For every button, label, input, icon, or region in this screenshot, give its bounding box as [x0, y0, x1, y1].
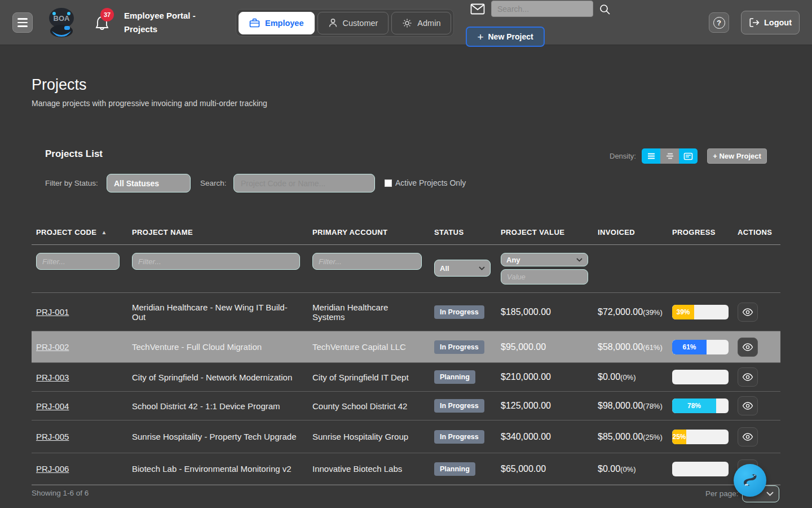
- density-toggle-group: [642, 148, 698, 164]
- question-mark-icon: ?: [713, 17, 725, 29]
- table-row[interactable]: PRJ-001 Meridian Healthcare - New Wing I…: [32, 293, 780, 331]
- boa-snake-logo-icon: BOA: [47, 6, 76, 40]
- new-project-label: New Project: [488, 32, 533, 41]
- view-project-button[interactable]: [738, 396, 758, 415]
- logout-button[interactable]: Logout: [741, 11, 800, 34]
- mail-icon[interactable]: [470, 3, 485, 17]
- project-name: Meridian Healthcare - New Wing IT Build-…: [127, 298, 308, 326]
- gear-icon: [402, 18, 412, 28]
- notifications-button[interactable]: 37: [95, 15, 114, 34]
- new-project-button-header[interactable]: + New Project: [466, 27, 545, 47]
- briefcase-icon: [249, 18, 260, 28]
- tab-admin-label: Admin: [417, 19, 440, 28]
- chevron-down-icon: [766, 492, 774, 496]
- invoiced-amount: $85,000.00: [598, 432, 643, 441]
- project-value: $95,000.00: [496, 338, 593, 357]
- invoiced-percent: (78%): [643, 402, 663, 410]
- primary-account: TechVenture Capital LLC: [308, 338, 430, 356]
- primary-account: Innovative Biotech Labs: [308, 459, 430, 478]
- col-header-actions: ACTIONS: [733, 228, 776, 237]
- help-button[interactable]: ?: [709, 12, 729, 33]
- col-header-status[interactable]: STATUS: [430, 228, 496, 237]
- tab-customer-label: Customer: [343, 19, 378, 28]
- col-header-progress[interactable]: PROGRESS: [668, 228, 733, 237]
- col-header-primary-account[interactable]: PRIMARY ACCOUNT: [308, 228, 430, 237]
- global-search-input[interactable]: [491, 1, 593, 17]
- col-header-project-code[interactable]: PROJECT CODE▲: [32, 228, 127, 237]
- active-only-checkbox[interactable]: [385, 179, 392, 187]
- chevron-down-icon: [576, 258, 582, 262]
- project-code-link[interactable]: PRJ-005: [36, 432, 69, 441]
- project-code-link[interactable]: PRJ-002: [36, 342, 69, 352]
- table-row[interactable]: PRJ-002 TechVenture - Full Cloud Migrati…: [32, 331, 780, 363]
- filter-account-input[interactable]: [312, 253, 422, 270]
- progress-fill: 78%: [672, 398, 716, 413]
- project-value: $125,000.00: [496, 396, 593, 415]
- new-project-button-list[interactable]: + New Project: [707, 148, 767, 164]
- invoiced-percent: (0%): [620, 465, 636, 474]
- projects-list-title: Projects List: [45, 148, 103, 160]
- filter-value-operator-select[interactable]: Any: [501, 253, 588, 266]
- svg-text:BOA: BOA: [54, 14, 70, 23]
- table-row[interactable]: PRJ-004 School District 42 - 1:1 Device …: [32, 392, 780, 421]
- project-search-input[interactable]: [233, 174, 375, 192]
- eye-icon: [742, 308, 753, 316]
- view-project-button[interactable]: [738, 303, 758, 322]
- page-subtitle: Manage projects with progressive invoici…: [32, 99, 267, 108]
- primary-account: County School District 42: [308, 397, 430, 415]
- invoiced-amount: $0.00: [598, 372, 620, 382]
- view-project-button[interactable]: [738, 367, 758, 387]
- invoiced-amount: $72,000.00: [598, 307, 643, 317]
- progress-bar: 78%: [672, 398, 729, 413]
- filter-status-select[interactable]: All: [434, 260, 491, 277]
- invoiced-amount: $98,000.00: [598, 401, 643, 410]
- density-expanded-button[interactable]: [679, 148, 698, 164]
- assistant-floating-button[interactable]: [734, 464, 766, 497]
- filter-value-input[interactable]: [501, 269, 588, 284]
- filter-by-status-label: Filter by Status:: [45, 179, 98, 187]
- status-filter-select[interactable]: All Statuses: [107, 174, 191, 192]
- density-compact-button[interactable]: [642, 148, 660, 164]
- filter-code-input[interactable]: [36, 253, 120, 270]
- hamburger-menu-button[interactable]: [12, 12, 33, 33]
- view-project-button[interactable]: [738, 427, 758, 446]
- eye-icon: [742, 373, 753, 381]
- project-code-link[interactable]: PRJ-003: [36, 373, 69, 382]
- active-projects-only-toggle[interactable]: Active Projects Only: [385, 178, 466, 187]
- table-row[interactable]: PRJ-005 Sunrise Hospitality - Property T…: [32, 421, 780, 453]
- project-name: Biotech Lab - Environmental Monitoring v…: [127, 459, 308, 478]
- col-header-project-name[interactable]: PROJECT NAME: [127, 228, 308, 237]
- app-title: Employee Portal - Projects: [124, 9, 220, 36]
- tab-customer[interactable]: Customer: [317, 12, 389, 34]
- eye-icon: [742, 343, 753, 351]
- project-value: $340,000.00: [496, 427, 593, 446]
- app-header: BOA 37 Employee Portal - Projects Employ…: [0, 0, 812, 45]
- filter-name-input[interactable]: [132, 253, 300, 270]
- plus-icon: +: [477, 32, 483, 42]
- view-project-button[interactable]: [738, 338, 758, 357]
- status-badge: In Progress: [434, 430, 484, 444]
- search-icon[interactable]: [599, 3, 611, 18]
- eye-icon: [742, 402, 753, 410]
- status-filter-value: All Statuses: [114, 179, 159, 188]
- projects-table: PROJECT CODE▲ PROJECT NAME PRIMARY ACCOU…: [32, 225, 780, 485]
- col-header-project-value[interactable]: PROJECT VALUE: [496, 228, 593, 237]
- project-code-link[interactable]: PRJ-001: [36, 307, 69, 317]
- project-code-link[interactable]: PRJ-006: [36, 464, 69, 474]
- project-name: TechVenture - Full Cloud Migration: [127, 338, 308, 356]
- progress-fill: 61%: [672, 340, 707, 354]
- density-comfortable-button[interactable]: [660, 148, 679, 164]
- col-header-invoiced[interactable]: INVOICED: [593, 228, 668, 237]
- tab-employee[interactable]: Employee: [239, 12, 315, 34]
- tab-admin[interactable]: Admin: [391, 12, 451, 34]
- project-value: $210,000.00: [496, 367, 593, 387]
- density-comfortable-icon: [665, 152, 674, 160]
- table-row[interactable]: PRJ-003 City of Springfield - Network Mo…: [32, 363, 780, 392]
- project-code-link[interactable]: PRJ-004: [36, 401, 69, 411]
- invoiced-percent: (39%): [643, 308, 663, 317]
- per-page-label: Per page:: [705, 489, 739, 498]
- table-row[interactable]: PRJ-006 Biotech Lab - Environmental Moni…: [32, 453, 780, 485]
- density-compact-icon: [647, 152, 656, 160]
- progress-fill: 25%: [672, 430, 686, 444]
- invoiced-percent: (61%): [643, 343, 663, 352]
